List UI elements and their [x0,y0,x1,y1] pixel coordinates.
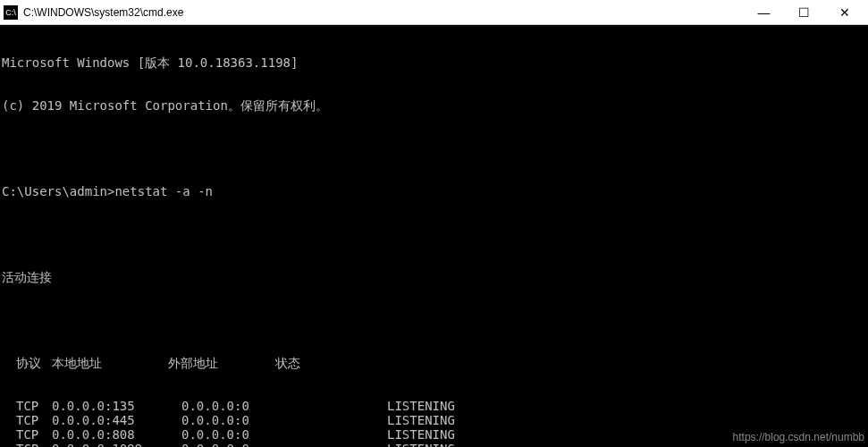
window-title: C:\WINDOWS\system32\cmd.exe [23,6,744,19]
cell-proto: TCP [2,427,52,442]
cell-foreign: 0.0.0.0:0 [181,442,298,447]
blank-line [0,313,868,327]
cell-local: 0.0.0.0:135 [52,399,181,413]
minimize-button[interactable]: — [744,0,784,25]
header-foreign: 外部地址 [168,356,275,370]
prompt-line: C:\Users\admin>netstat -a -n [0,184,868,198]
section-title: 活动连接 [0,270,868,284]
banner-line: Microsoft Windows [版本 10.0.18363.1198] [0,55,868,70]
blank-line [0,227,868,241]
header-state: 状态 [275,356,329,370]
table-row: TCP0.0.0.0:4450.0.0.0:0LISTENING [0,413,868,427]
cell-foreign: 0.0.0.0:0 [181,413,298,427]
command-text: netstat -a -n [114,184,213,198]
close-button[interactable]: ✕ [824,0,864,25]
terminal-output[interactable]: Microsoft Windows [版本 10.0.18363.1198] (… [0,25,868,447]
cell-state: LISTENING [298,442,432,447]
maximize-button[interactable]: ☐ [784,0,824,25]
cell-state: LISTENING [298,399,432,413]
cell-local: 0.0.0.0:445 [52,413,181,427]
header-local: 本地地址 [52,356,168,370]
cell-local: 0.0.0.0:808 [52,427,181,442]
blank-line [0,141,868,156]
title-bar: C:\ C:\WINDOWS\system32\cmd.exe — ☐ ✕ [0,0,868,25]
cell-local: 0.0.0.0:1099 [52,442,181,447]
banner-line: (c) 2019 Microsoft Corporation。保留所有权利。 [0,98,868,113]
header-proto: 协议 [2,356,52,370]
watermark: https://blog.csdn.net/numbb [733,431,864,443]
cell-proto: TCP [2,399,52,413]
table-header: 协议 本地地址 外部地址 状态 [0,356,868,370]
cell-foreign: 0.0.0.0:0 [181,427,298,442]
cell-state: LISTENING [298,427,432,442]
cell-proto: TCP [2,413,52,427]
cmd-icon: C:\ [4,5,18,20]
window-controls: — ☐ ✕ [744,0,864,25]
cell-proto: TCP [2,442,52,447]
cell-foreign: 0.0.0.0:0 [181,399,298,413]
table-row: TCP0.0.0.0:1350.0.0.0:0LISTENING [0,399,868,413]
prompt-path: C:\Users\admin> [2,184,114,198]
cell-state: LISTENING [298,413,432,427]
